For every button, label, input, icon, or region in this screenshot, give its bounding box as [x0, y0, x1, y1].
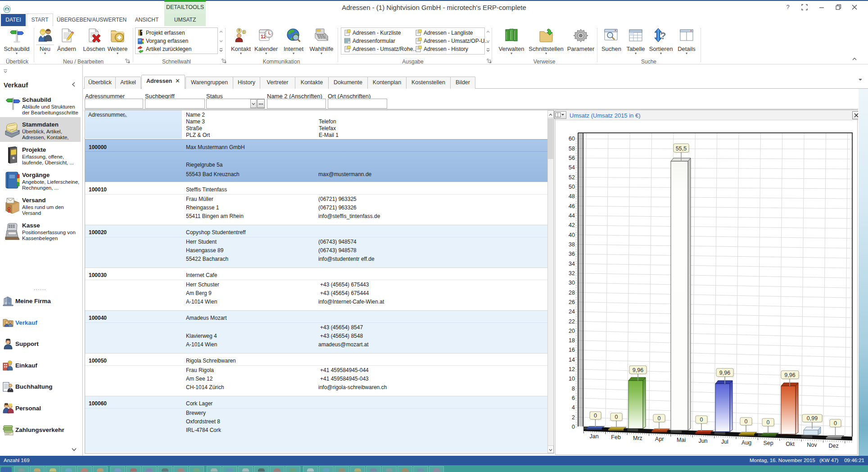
svg-text:38: 38: [569, 241, 575, 248]
svg-text:56: 56: [569, 155, 575, 161]
svg-text:0: 0: [700, 417, 703, 423]
svg-text:Jun: Jun: [698, 438, 707, 444]
svg-text:0: 0: [594, 413, 597, 419]
svg-text:0: 0: [767, 419, 770, 426]
svg-text:6: 6: [572, 395, 575, 401]
svg-text:18: 18: [569, 337, 575, 344]
svg-text:36: 36: [569, 251, 575, 257]
svg-text:!: !: [244, 31, 244, 34]
svg-text:Okt: Okt: [786, 441, 795, 447]
svg-text:Mai: Mai: [677, 437, 686, 443]
svg-text:60: 60: [569, 136, 575, 142]
svg-text:44: 44: [569, 213, 575, 219]
svg-text:0: 0: [615, 414, 618, 420]
svg-text:50: 50: [569, 184, 575, 190]
svg-text:Apr: Apr: [655, 436, 664, 442]
svg-text:9,96: 9,96: [633, 367, 643, 373]
svg-text:54: 54: [569, 164, 575, 171]
svg-text:0: 0: [745, 418, 748, 425]
svg-text:42: 42: [569, 222, 575, 228]
svg-text:34: 34: [569, 261, 575, 267]
svg-text:4: 4: [572, 404, 575, 411]
svg-text:Aug: Aug: [741, 440, 751, 446]
svg-text:2: 2: [572, 414, 575, 421]
svg-text:Dez: Dez: [829, 443, 839, 449]
svg-text:Mrz: Mrz: [633, 435, 642, 441]
svg-text:8: 8: [572, 386, 575, 392]
svg-text:58: 58: [569, 145, 575, 152]
svg-text:Sep: Sep: [763, 440, 773, 446]
svg-text:28: 28: [569, 290, 575, 296]
svg-text:0: 0: [834, 420, 837, 427]
svg-text:0: 0: [658, 415, 661, 422]
svg-text:30: 30: [569, 280, 575, 286]
svg-text:16: 16: [569, 347, 575, 353]
svg-text:24: 24: [569, 309, 575, 315]
svg-text:9,96: 9,96: [719, 370, 730, 376]
svg-text:55,5: 55,5: [676, 145, 687, 152]
svg-text:0,99: 0,99: [807, 415, 818, 422]
svg-text:32: 32: [569, 270, 575, 277]
svg-text:12: 12: [569, 366, 575, 372]
svg-text:?: ?: [238, 29, 240, 32]
svg-text:Nov: Nov: [807, 442, 817, 448]
svg-text:22: 22: [569, 318, 575, 325]
svg-text:10: 10: [569, 376, 575, 382]
svg-text:48: 48: [569, 193, 575, 200]
svg-text:46: 46: [569, 203, 575, 209]
svg-text:52: 52: [569, 174, 575, 181]
svg-text:26: 26: [569, 299, 575, 305]
svg-text:Jan: Jan: [590, 433, 599, 440]
svg-text:0: 0: [572, 424, 575, 430]
svg-text:40: 40: [569, 232, 575, 238]
svg-text:20: 20: [569, 328, 575, 334]
svg-text:9,96: 9,96: [784, 372, 795, 378]
svg-text:14: 14: [569, 357, 575, 363]
svg-text:Feb: Feb: [611, 434, 621, 440]
svg-text:Jul: Jul: [721, 439, 728, 445]
